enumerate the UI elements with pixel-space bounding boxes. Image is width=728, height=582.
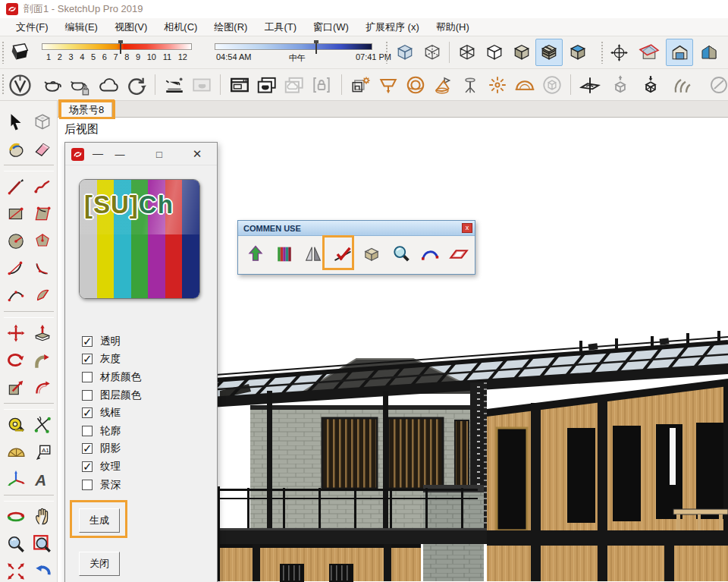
menu-draw[interactable]: 绘图(R) — [206, 19, 256, 36]
vray-clipper-button[interactable] — [707, 71, 728, 99]
vray-proxy-import-button[interactable] — [637, 71, 664, 99]
scene-tab[interactable]: 场景号8 — [61, 102, 112, 117]
tool-follow-me[interactable] — [29, 347, 55, 374]
style-shaded-textures-button[interactable] — [535, 39, 563, 66]
menu-extensions[interactable]: 扩展程序 (x) — [357, 19, 428, 36]
vray-ies-light-button[interactable] — [457, 71, 484, 99]
tool-freehand[interactable] — [29, 173, 55, 200]
toolbar-grip[interactable] — [2, 41, 5, 64]
menu-help[interactable]: 帮助(H) — [428, 19, 478, 36]
vray-spot-light-button[interactable] — [429, 71, 457, 99]
shadow-month-slider[interactable] — [42, 43, 192, 50]
cu-color-bars-button[interactable] — [271, 239, 297, 269]
cu-box-button[interactable] — [359, 239, 384, 269]
style-xray-button[interactable] — [391, 39, 419, 66]
checkbox-row-dof[interactable]: 景深 — [82, 476, 141, 494]
vray-cloud-render-button[interactable] — [96, 71, 123, 99]
axes-compass-button[interactable] — [605, 39, 632, 66]
checkbox[interactable] — [82, 461, 93, 472]
vray-sphere-light-button[interactable] — [402, 71, 429, 99]
tool-3d-text[interactable]: A — [29, 466, 55, 493]
section-cuts-button[interactable] — [666, 39, 693, 66]
vray-viewport-region-button[interactable] — [188, 71, 215, 99]
tool-previous[interactable] — [29, 558, 55, 582]
menu-tools[interactable]: 工具(T) — [256, 19, 305, 36]
tool-select[interactable] — [2, 109, 29, 136]
dialog-minimize-button[interactable]: — — [109, 146, 130, 162]
dialog-title-bar[interactable]: — — □ ✕ — [65, 143, 217, 165]
tool-paint-bucket[interactable] — [2, 136, 29, 163]
cu-mirror-button[interactable] — [301, 239, 326, 269]
cu-weld-button[interactable] — [330, 239, 355, 269]
tool-pan[interactable] — [29, 503, 55, 530]
tool-protractor[interactable] — [2, 439, 29, 466]
cu-plane-rect-button[interactable] — [447, 239, 472, 269]
dialog-maximize-button[interactable]: □ — [149, 146, 170, 162]
style-monochrome-button[interactable] — [564, 39, 592, 66]
vray-viewport-render-button[interactable] — [161, 71, 188, 99]
tool-push-pull[interactable] — [29, 319, 55, 347]
vray-asset-editor-button[interactable] — [6, 71, 33, 99]
checkbox-row-shadow[interactable]: 阴影 — [82, 440, 141, 458]
vray-fur-button[interactable] — [667, 71, 695, 99]
vray-omni-light-button[interactable] — [484, 71, 511, 99]
checkbox[interactable] — [82, 390, 93, 401]
vray-cloud-batch-button[interactable] — [281, 71, 308, 99]
vray-mesh-light-button[interactable] — [538, 71, 566, 99]
style-shaded-button[interactable] — [508, 39, 535, 66]
tool-arc-3point[interactable] — [2, 282, 29, 310]
dialog-close-button[interactable]: ✕ — [187, 146, 208, 162]
vray-infinite-plane-button[interactable] — [576, 71, 604, 99]
checkbox-row-grayscale[interactable]: 灰度 — [82, 351, 141, 369]
tool-dimension[interactable] — [29, 411, 55, 439]
tool-rotated-rectangle[interactable] — [29, 200, 55, 228]
tool-rectangle[interactable] — [2, 200, 29, 228]
tool-zoom-extents[interactable] — [2, 558, 29, 582]
shadow-time-slider[interactable] — [215, 43, 372, 50]
checkbox[interactable] — [82, 336, 93, 347]
tool-arc-center[interactable] — [29, 255, 55, 282]
checkbox[interactable] — [82, 407, 93, 418]
generate-button[interactable]: 生成 — [79, 508, 120, 533]
checkbox-row-wireframe[interactable]: 线框 — [82, 404, 141, 422]
commen-use-close-button[interactable]: x — [462, 223, 472, 233]
style-hidden-line-button[interactable] — [481, 39, 508, 66]
tool-eraser[interactable] — [29, 136, 55, 163]
shadow-settings-button[interactable] — [6, 39, 33, 66]
checkbox[interactable] — [82, 480, 93, 490]
tool-zoom[interactable] — [2, 530, 29, 558]
checkbox-row-outline[interactable]: 轮廓 — [82, 422, 141, 440]
tool-line[interactable] — [2, 173, 29, 200]
cu-bezier-button[interactable] — [417, 239, 442, 269]
vray-proxy-export-button[interactable] — [607, 71, 634, 99]
vray-batch-render-button[interactable] — [253, 71, 281, 99]
section-planes-button[interactable] — [635, 39, 663, 66]
tool-scale[interactable] — [2, 374, 29, 401]
section-fill-button[interactable] — [695, 39, 722, 66]
tool-zoom-window[interactable] — [29, 530, 55, 558]
menu-file[interactable]: 文件(F) — [8, 19, 57, 36]
tool-polygon[interactable] — [29, 228, 55, 255]
tool-pie[interactable] — [29, 282, 55, 310]
checkbox-row-material-color[interactable]: 材质颜色 — [82, 368, 141, 386]
tool-tape-measure[interactable] — [2, 411, 29, 439]
tool-axes[interactable] — [2, 466, 29, 493]
checkbox[interactable] — [82, 354, 93, 364]
style-back-edges-button[interactable] — [419, 39, 446, 66]
checkbox[interactable] — [82, 443, 93, 454]
commen-use-title-bar[interactable]: COMMEN USE x — [238, 221, 475, 236]
vray-light-gen-button[interactable] — [347, 71, 375, 99]
menu-camera[interactable]: 相机(C) — [155, 19, 206, 36]
vray-dome-light-button[interactable] — [511, 71, 538, 99]
checkbox[interactable] — [82, 372, 93, 382]
vray-lock-button[interactable] — [308, 71, 335, 99]
tool-circle[interactable] — [2, 228, 29, 255]
cu-up-arrow-button[interactable] — [243, 239, 268, 269]
tool-text[interactable]: A1 — [29, 439, 55, 466]
vray-interactive-render-button[interactable] — [67, 71, 94, 99]
checkbox-row-texture[interactable]: 纹理 — [82, 458, 141, 476]
tool-offset[interactable] — [29, 374, 55, 401]
vray-rect-light-button[interactable] — [375, 71, 402, 99]
tool-orbit[interactable] — [2, 503, 29, 530]
style-wireframe-button[interactable] — [453, 39, 481, 66]
